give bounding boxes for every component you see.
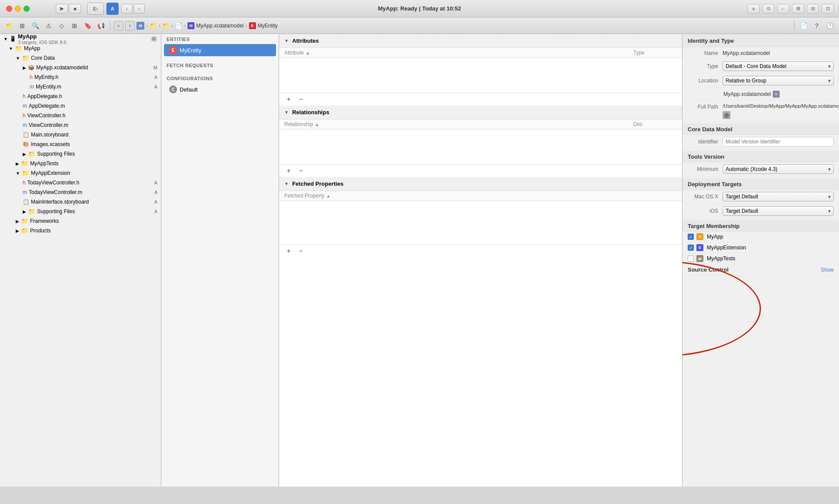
source-control-show[interactable]: Show	[821, 267, 834, 273]
hierarchy-btn[interactable]: ⊞	[17, 20, 28, 31]
identifier-input[interactable]	[723, 137, 834, 146]
myapp-checkbox[interactable]: ✓	[688, 234, 694, 240]
fetched-properties-section-header: ▼ Fetched Properties	[279, 177, 682, 191]
sidebar-item-main-storyboard[interactable]: 📋 Main.storyboard	[0, 130, 161, 140]
myapptests-target-icon: 📁	[696, 255, 703, 262]
minimum-select-wrapper: Automatic (Xcode 4.3) ▼	[723, 164, 834, 174]
tests-triangle: ▶	[16, 161, 19, 166]
sidebar-item-maininterface[interactable]: 📋 MainInterface.storyboard A	[0, 197, 161, 207]
sidebar-item-supporting-files-1[interactable]: ▶ 📁 Supporting Files	[0, 149, 161, 159]
fetched-add-btn[interactable]: +	[284, 247, 293, 255]
inspector-file-btn[interactable]: 📄	[798, 20, 809, 31]
sidebar-item-appdelegate-m[interactable]: m AppDelegate.m	[0, 101, 161, 111]
sidebar-item-frameworks[interactable]: ▶ 📁 Frameworks	[0, 216, 161, 226]
warning-btn[interactable]: ⚠	[43, 20, 54, 31]
sidebar-item-products[interactable]: ▶ 📁 Products	[0, 226, 161, 235]
inspector-type-row: Type Default - Core Data Model ▼	[682, 59, 839, 74]
fetched-remove-btn[interactable]: −	[297, 247, 305, 255]
attributes-section-header: ▼ Attributes	[279, 34, 682, 48]
relationships-triangle[interactable]: ▼	[284, 110, 289, 115]
editor-view-button[interactable]: ⊞	[792, 4, 804, 14]
sidebar-item-myentity-h[interactable]: h MyEntity.h A	[0, 72, 161, 82]
stop-button[interactable]: ■	[69, 4, 81, 14]
scheme-selector[interactable]: E›	[87, 3, 104, 15]
myapptests-checkbox[interactable]	[688, 255, 694, 262]
myentity-h-label: MyEntity.h	[34, 74, 58, 80]
list-view-button[interactable]: ≡	[747, 4, 760, 14]
minimum-select[interactable]: Automatic (Xcode 4.3)	[723, 164, 834, 174]
fetched-triangle[interactable]: ▼	[284, 181, 289, 186]
sidebar-item-todayvc-m[interactable]: m TodayViewController.m A	[0, 187, 161, 197]
sidebar-item-coredata[interactable]: ▼ 📁 Core Data	[0, 53, 161, 63]
frameworks-label: Frameworks	[30, 218, 59, 224]
back-button[interactable]: ←	[777, 4, 789, 14]
source-control-label: Source Control	[688, 266, 821, 273]
ios-select[interactable]: Target Default	[723, 206, 834, 216]
minimize-button[interactable]	[15, 6, 21, 12]
sidebar-item-appdelegate-h[interactable]: h AppDelegate.h	[0, 92, 161, 101]
myappext-checkbox[interactable]: ✓	[688, 245, 694, 251]
myappextension-label: MyAppExtension	[31, 170, 70, 176]
rel-sort-arrow: ▲	[315, 122, 319, 127]
breadcrumb-nav-forward[interactable]: ›	[125, 21, 135, 31]
sidebar-item-myapp[interactable]: ▼ 📁 MyApp	[0, 44, 161, 53]
separator1	[110, 21, 110, 30]
grid-btn[interactable]: ⊞	[69, 20, 80, 31]
location-select[interactable]: Relative to Group	[723, 76, 834, 85]
sidebar-item-myapptests[interactable]: ▶ 📁 MyAppTests	[0, 159, 161, 168]
type-select[interactable]: Default - Core Data Model	[723, 61, 834, 71]
images-xcassets-label: Images.xcassets	[31, 141, 70, 147]
sidebar-item-viewcontroller-m[interactable]: m ViewController.m	[0, 120, 161, 130]
relationships-remove-btn[interactable]: −	[297, 167, 305, 175]
relationship-col-header[interactable]: Relationship ▲	[284, 121, 633, 127]
appdelegate-h-icon: h	[23, 93, 26, 99]
attributes-triangle[interactable]: ▼	[284, 38, 289, 43]
speaker-btn[interactable]: 📢	[95, 20, 106, 31]
coredata-label: Core Data	[31, 55, 55, 61]
close-button[interactable]	[6, 6, 12, 12]
fetched-col-header[interactable]: Fetched Property ▲	[284, 193, 677, 199]
sidebar-item-viewcontroller-h[interactable]: h ViewController.h	[0, 111, 161, 120]
sidebar-item-myappextension[interactable]: ▼ 📁 MyAppExtension	[0, 168, 161, 178]
split-view-button[interactable]: ⊟	[807, 4, 819, 14]
link-button[interactable]: ⊙	[762, 4, 774, 14]
attribute-col-header[interactable]: Attribute ▲	[284, 50, 633, 56]
location-file-icon: ≡	[773, 91, 780, 98]
sidebar-item-supporting-files-2[interactable]: ▶ 📁 Supporting Files A	[0, 207, 161, 216]
myappext-target-icon: E	[696, 244, 703, 251]
folder-btn[interactable]: 📁	[3, 20, 15, 31]
assistant-button[interactable]: ⊡	[822, 4, 834, 14]
inspector-help-btn[interactable]: ?	[811, 20, 822, 31]
entity-item-myentity[interactable]: E MyEntity	[164, 44, 276, 56]
entities-header: ENTITIES	[161, 34, 279, 44]
macos-select[interactable]: Target Default	[723, 192, 834, 201]
bookmark-btn[interactable]: 🔖	[82, 20, 93, 31]
attributes-add-btn[interactable]: +	[284, 95, 293, 104]
sidebar-item-images-xcassets[interactable]: 🎨 Images.xcassets	[0, 140, 161, 149]
myapp-target-icon: A	[696, 233, 703, 240]
sidebar-item-myentity-m[interactable]: m MyEntity.m A	[0, 82, 161, 92]
appdelegate-h-label: AppDelegate.h	[27, 93, 62, 99]
attributes-columns: Attribute ▲ Type	[279, 48, 682, 58]
type-col-header[interactable]: Type	[633, 50, 677, 56]
diamond-btn[interactable]: ◇	[56, 20, 67, 31]
sidebar-item-todayvc-h[interactable]: h TodayViewController.h A	[0, 178, 161, 187]
nav-back-button[interactable]: ‹	[121, 4, 133, 14]
dest-col-header[interactable]: Des	[633, 121, 677, 127]
nav-forward-button[interactable]: ›	[133, 4, 145, 14]
attributes-remove-btn[interactable]: −	[297, 95, 305, 104]
entity-item-default[interactable]: C Default	[164, 83, 276, 95]
play-button[interactable]: ▶	[56, 4, 68, 14]
inspector-history-btn[interactable]: 🕐	[824, 20, 836, 31]
sidebar-item-xcdatamodel[interactable]: ▶ 📦 MyApp.xcdatamodelId M	[0, 63, 161, 72]
maininterface-label: MainInterface.storyboard	[31, 199, 89, 205]
coredata-folder-icon: 📁	[22, 54, 29, 61]
relationships-add-btn[interactable]: +	[284, 167, 293, 175]
ios-select-wrapper: Target Default ▼	[723, 206, 834, 216]
target-myapptests-row: 📁 MyAppTests	[682, 253, 839, 264]
sidebar-root[interactable]: ▼ 📱 MyApp 3 targets, iOS SDK 8.0 M	[0, 34, 161, 44]
maximize-button[interactable]	[24, 6, 30, 12]
root-file-icon: 📱	[10, 36, 16, 42]
search-btn[interactable]: 🔍	[30, 20, 41, 31]
breadcrumb-nav-back[interactable]: ‹	[114, 21, 123, 31]
